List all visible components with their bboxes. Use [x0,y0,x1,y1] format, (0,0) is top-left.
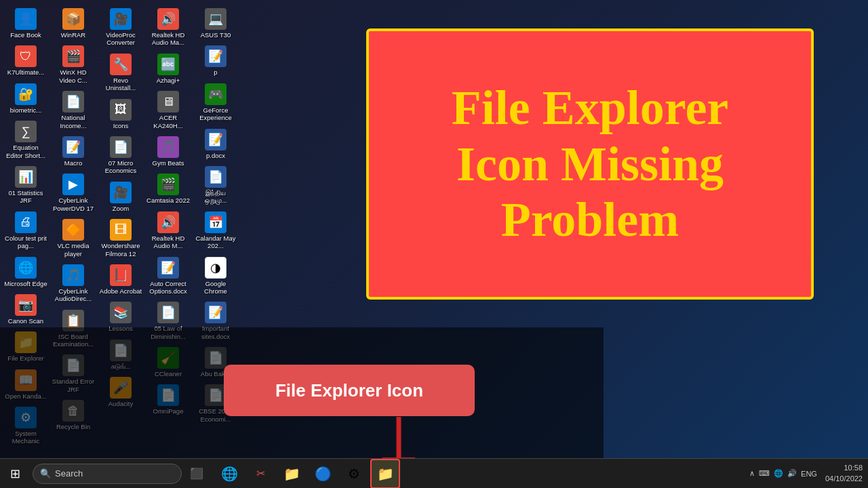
desktop-icon[interactable]: 🎬WinX HD Video C... [50,43,96,87]
desktop-icon-img: 🖼 [110,99,132,121]
desktop-icon[interactable]: 🎵Gym Beats [145,134,191,169]
desktop-icon[interactable]: ◑Google Chrome [193,254,239,298]
desktop-icon[interactable]: ▶CyberLink PowerDVD 17 [50,171,96,215]
desktop-icon-label: Colour test prit pag... [4,235,47,250]
desktop-icon-label: GeForce Experience [194,106,237,122]
desktop-icon-img: 💻 [205,8,226,30]
desktop-icon-img: 📷 [15,294,37,316]
desktop-icon-img: ∑ [15,121,37,142]
desktop-icon-img: 📄 [110,136,132,158]
desktop-icon[interactable]: 🔤Azhagi+ [145,51,191,87]
desktop-icon-label: Macro [64,159,82,167]
desktop-icon[interactable]: 🔊Realtek HD Audio M... [145,209,191,253]
desktop-icon-img: 📝 [205,302,226,323]
desktop-icon-label: Canon Scan [8,317,43,325]
desktop-icon-label: Wondershare Filmora 12 [99,242,142,258]
taskbar-settings[interactable]: ⚙ [339,459,369,489]
tutorial-title: File Explorer Icon Missing Problem [452,80,729,248]
desktop-icon-label: Icons [113,122,129,129]
desktop-icon-img: 🎥 [110,8,132,30]
desktop-icon-label: Realtek HD Audio M... [146,235,190,250]
desktop-icon-label: K7Ultimate... [7,68,44,76]
desktop-icon-img: 🎬 [62,45,84,67]
desktop-icon-img: ▶ [62,174,84,195]
desktop-icon[interactable]: 🎞Wondershare Filmora 12 [98,216,144,260]
annotation-box: File Explorer Icon [224,365,475,416]
system-clock[interactable]: 10:58 04/10/2022 [825,463,863,484]
taskbar-file-explorer[interactable]: 📁 [277,459,307,489]
file-explorer-highlighted-icon: 📁 [377,466,394,482]
search-icon: 🔍 [40,468,51,479]
taskbar-snagit[interactable]: ✂ [245,459,275,489]
desktop-icon-img: 🔊 [157,8,179,30]
desktop-icon-label: Equation Editor Short... [4,144,47,159]
desktop-icon[interactable]: 🎥Zoom [98,179,144,215]
desktop-icon-label: ACER KA240H... [146,114,190,129]
desktop-icon[interactable]: 🖨Colour test prit pag... [3,209,49,253]
desktop-icon[interactable]: 🎥VideoProc Converter [98,5,144,49]
desktop-icon-img: 📄 [62,91,84,113]
desktop-icon-img: 📕 [110,264,132,286]
desktop-icon[interactable]: 📊01 Statistics JRF [3,163,49,207]
desktop-icon[interactable]: 💻ASUS T30 [193,5,239,41]
desktop-icon[interactable]: 📝p [193,43,239,79]
desktop-icon-label: ASUS T30 [201,31,231,39]
desktop-icon[interactable]: 🎵CyberLink AudioDirec... [50,262,96,306]
tray-network: 🌐 [774,469,783,478]
desktop-icon-label: p.docx [206,152,225,159]
search-label: Search [55,468,83,479]
desktop-icon-label: VLC media player [52,242,95,258]
desktop-icon[interactable]: 🔊Realtek HD Audio Ma... [145,5,191,49]
desktop-icon-label: இந்திய ஒறுமு... [194,189,237,205]
desktop-icon-img: 📄 [205,166,226,188]
desktop-icon[interactable]: 📝Auto Correct Options.docx [145,254,191,298]
desktop-icon-label: Google Chrome [194,280,237,296]
desktop-icon[interactable]: 📷Canon Scan [3,291,49,327]
desktop-icon-label: WinX HD Video C... [52,68,95,84]
desktop-icon-img: 📅 [205,211,226,233]
desktop-icon[interactable]: 📄07 Micro Economics [98,134,144,178]
tray-up-arrow[interactable]: ∧ [749,469,755,478]
task-view-icon: ⬛ [190,467,203,480]
desktop-icon-label: Face Book [10,31,41,39]
desktop-icon[interactable]: 🖼Icons [98,96,144,132]
desktop-icon[interactable]: 📝p.docx [193,126,239,162]
desktop-icon[interactable]: 🛡K7Ultimate... [3,43,49,79]
desktop-icon[interactable]: 📕Adobe Acrobat [98,262,144,298]
desktop-icon[interactable]: 📦WinRAR [50,5,96,41]
desktop-icon-label: Azhagi+ [157,77,180,84]
desktop-icon[interactable]: 🎮GeForce Experience [193,81,239,125]
desktop-icon[interactable]: 📄National Income... [50,88,96,132]
desktop-icon[interactable]: 🔶VLC media player [50,216,96,260]
tray-icons: ∧ ⌨ 🌐 🔊 ENG [749,469,817,478]
snagit-icon: ✂ [256,467,265,480]
desktop-icon-label: Gym Beats [153,159,184,167]
taskbar-file-explorer-highlighted[interactable]: 📁 [370,459,400,489]
desktop-icon-label: Realtek HD Audio Ma... [146,31,190,47]
desktop-icon[interactable]: 🖥ACER KA240H... [145,88,191,132]
taskbar-search[interactable]: 🔍 Search [33,464,182,484]
taskbar-edge[interactable]: 🌐 [214,459,244,489]
desktop-icon-img: 🖥 [157,91,179,113]
desktop-icon[interactable]: 🔧Revo Uninstall... [98,51,144,95]
desktop-icon[interactable]: 📝Macro [50,134,96,169]
desktop-icon[interactable]: 🌐Microsoft Edge [3,254,49,290]
tray-lang: ENG [801,470,817,478]
desktop-icon-img: 📚 [110,302,132,323]
desktop-icon[interactable]: 🎬Camtasia 2022 [145,171,191,207]
desktop-icon-label: National Income... [52,114,95,129]
desktop-icon[interactable]: ∑Equation Editor Short... [3,118,49,162]
desktop-icon[interactable]: 🔐biometric... [3,81,49,117]
browser-icon: 🔵 [315,466,332,482]
start-button[interactable]: ⊞ [0,459,30,489]
taskbar-browser2[interactable]: 🔵 [308,459,338,489]
desktop-icon-img: 🔊 [157,211,179,233]
desktop-icon-label: Zoom [113,205,129,212]
task-view-button[interactable]: ⬛ [184,459,209,489]
desktop-icon[interactable]: 📄இந்திய ஒறுமு... [193,163,239,207]
taskbar-apps: 🌐 ✂ 📁 🔵 ⚙ 📁 [214,459,400,489]
desktop-icon[interactable]: 👤Face Book [3,5,49,41]
desktop-icon[interactable]: 📅Calandar May 202... [193,209,239,253]
taskbar: ⊞ 🔍 Search ⬛ 🌐 ✂ 📁 🔵 [0,458,868,488]
desktop-icon-label: Adobe Acrobat [100,287,142,295]
